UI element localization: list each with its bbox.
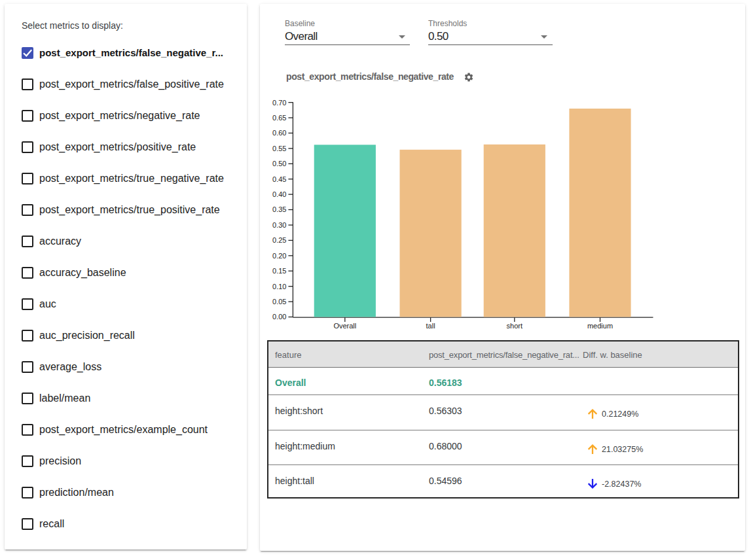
svg-text:0.45: 0.45: [272, 175, 286, 183]
svg-text:Overall: Overall: [333, 322, 356, 330]
svg-text:0.00: 0.00: [272, 313, 286, 321]
svg-text:medium: medium: [587, 322, 613, 330]
svg-text:0.25: 0.25: [272, 236, 286, 244]
svg-text:0.40: 0.40: [272, 190, 286, 198]
svg-text:0.55: 0.55: [272, 145, 286, 152]
svg-text:0.15: 0.15: [272, 267, 286, 275]
svg-text:0.60: 0.60: [272, 129, 286, 137]
svg-text:short: short: [507, 322, 522, 330]
svg-text:0.30: 0.30: [272, 221, 286, 229]
svg-text:0.05: 0.05: [272, 298, 286, 306]
svg-text:0.35: 0.35: [272, 205, 286, 213]
svg-text:0.20: 0.20: [272, 252, 286, 260]
svg-text:0.70: 0.70: [272, 99, 286, 107]
svg-text:tall: tall: [426, 322, 435, 330]
svg-text:0.65: 0.65: [272, 114, 286, 122]
svg-text:0.10: 0.10: [272, 283, 286, 290]
svg-text:0.50: 0.50: [272, 160, 286, 167]
